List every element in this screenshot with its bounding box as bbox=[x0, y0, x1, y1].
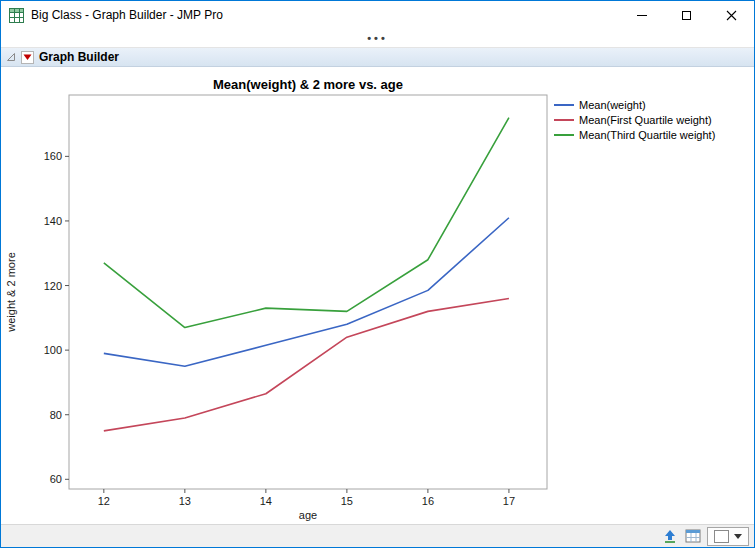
status-bar bbox=[1, 524, 754, 547]
maximize-icon bbox=[682, 11, 691, 20]
outline-title: Graph Builder bbox=[39, 50, 119, 64]
legend-swatch bbox=[554, 134, 574, 136]
close-icon bbox=[726, 10, 737, 21]
red-triangle-icon bbox=[23, 53, 32, 61]
swatch-box bbox=[714, 530, 729, 543]
jmp-window: Big Class - Graph Builder - JMP Pro ••• … bbox=[0, 0, 755, 548]
x-tick-label: 13 bbox=[179, 495, 191, 507]
legend-label: Mean(First Quartile weight) bbox=[579, 114, 712, 126]
x-tick-label: 15 bbox=[341, 495, 353, 507]
data-table-button[interactable] bbox=[684, 526, 702, 546]
toolbar-collapse-strip: ••• bbox=[1, 29, 754, 47]
x-tick-label: 16 bbox=[422, 495, 434, 507]
caret-down-icon bbox=[734, 534, 742, 539]
legend-swatch bbox=[554, 104, 574, 106]
red-triangle-menu-button[interactable] bbox=[21, 51, 34, 64]
outline-header: Graph Builder bbox=[1, 47, 754, 67]
minimize-button[interactable] bbox=[619, 1, 664, 29]
legend: Mean(weight)Mean(First Quartile weight)M… bbox=[554, 97, 715, 142]
app-icon[interactable] bbox=[9, 7, 25, 23]
data-table-icon bbox=[685, 529, 701, 543]
x-tick-label: 12 bbox=[98, 495, 110, 507]
up-arrow-button[interactable] bbox=[661, 526, 679, 546]
chart-title: Mean(weight) & 2 more vs. age bbox=[61, 77, 555, 92]
maximize-button[interactable] bbox=[664, 1, 709, 29]
legend-swatch bbox=[554, 119, 574, 121]
up-arrow-icon bbox=[662, 528, 678, 544]
y-tick-label: 80 bbox=[50, 409, 62, 421]
legend-item[interactable]: Mean(Third Quartile weight) bbox=[554, 127, 715, 142]
legend-item[interactable]: Mean(First Quartile weight) bbox=[554, 112, 715, 127]
x-tick-label: 17 bbox=[503, 495, 515, 507]
legend-label: Mean(weight) bbox=[579, 99, 646, 111]
window-title: Big Class - Graph Builder - JMP Pro bbox=[31, 8, 223, 22]
report-area: Mean(weight) & 2 more vs. age 6080100120… bbox=[1, 67, 754, 524]
outline-collapse-icon[interactable] bbox=[6, 52, 16, 62]
display-options-dropdown[interactable] bbox=[707, 527, 749, 546]
y-tick-label: 60 bbox=[50, 473, 62, 485]
x-tick-label: 14 bbox=[260, 495, 272, 507]
jmp-grid-icon bbox=[9, 8, 24, 23]
y-tick-label: 160 bbox=[44, 150, 62, 162]
y-tick-label: 120 bbox=[44, 280, 62, 292]
legend-label: Mean(Third Quartile weight) bbox=[579, 129, 715, 141]
chart-canvas[interactable]: 6080100120140160121314151617ageweight & … bbox=[1, 93, 557, 521]
y-tick-label: 100 bbox=[44, 344, 62, 356]
minimize-icon bbox=[637, 15, 647, 16]
legend-item[interactable]: Mean(weight) bbox=[554, 97, 715, 112]
toolbar-dots-handle[interactable]: ••• bbox=[367, 33, 388, 44]
title-bar[interactable]: Big Class - Graph Builder - JMP Pro bbox=[1, 1, 754, 29]
x-axis-label[interactable]: age bbox=[299, 509, 317, 521]
y-tick-label: 140 bbox=[44, 215, 62, 227]
close-button[interactable] bbox=[709, 1, 754, 29]
y-axis-label[interactable]: weight & 2 more bbox=[5, 252, 17, 332]
